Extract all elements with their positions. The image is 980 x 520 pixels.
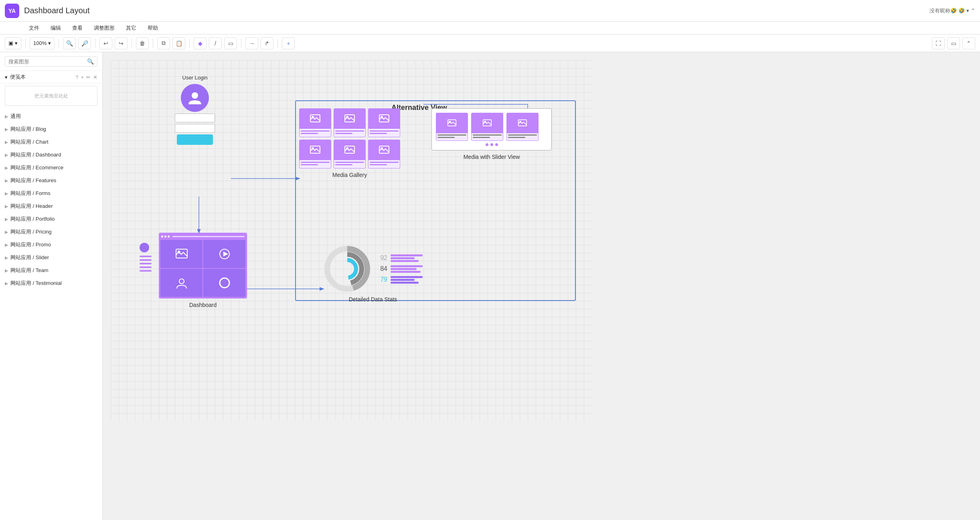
search-box: 🔍 <box>0 52 102 71</box>
waypoint-button[interactable]: ↱ <box>261 37 273 49</box>
window-control[interactable]: ⌃ <box>971 8 975 14</box>
slider-thumb-3 <box>506 113 539 141</box>
chevron-icon: ▶ <box>5 204 8 209</box>
nav-line-2 <box>140 259 152 261</box>
data-stats-label: Detailed Data Stats <box>323 296 423 303</box>
chevron-icon: ▶ <box>5 191 8 196</box>
zoom-out-button[interactable]: 🔎 <box>78 37 91 49</box>
scratch-add-icon[interactable]: + <box>81 74 84 80</box>
stroke-button[interactable]: / <box>209 37 222 49</box>
chevron-icon: ▶ <box>5 152 8 158</box>
titlebar: YA Dashboard Layout 没有昵称🤣 🤣 ▾ ⌃ <box>0 0 980 22</box>
slider-container <box>431 108 552 150</box>
sidebar-item-label: 网站应用 / Header <box>10 203 53 210</box>
sidebar-item-testimonial[interactable]: ▶ 网站应用 / Testimonial <box>0 277 102 290</box>
sidebar-item-slider[interactable]: ▶ 网站应用 / Slider <box>0 251 102 264</box>
slider-thumb-1 <box>436 113 468 141</box>
connector-button[interactable]: → <box>245 37 258 49</box>
media-thumb-3 <box>368 108 400 137</box>
stat-bar <box>391 279 415 281</box>
panel-button[interactable]: ▭ <box>947 37 960 49</box>
menu-help[interactable]: 帮助 <box>146 22 160 35</box>
menu-other[interactable]: 其它 <box>124 22 138 35</box>
scratch-delete-icon[interactable]: ✕ <box>93 74 97 80</box>
scratch-drop-zone[interactable]: 把元素拖至此处 <box>5 86 97 106</box>
fullscreen-button[interactable]: ⛶ <box>932 37 945 49</box>
chevron-icon: ▶ <box>5 255 8 260</box>
stats-list: 92 84 <box>376 254 423 284</box>
add-button[interactable]: + <box>282 37 295 49</box>
media-slider-label: Media with Slider View <box>431 154 552 160</box>
stat-bar <box>391 254 423 256</box>
toolbar-right: ⛶ ▭ ⌃ <box>932 37 975 49</box>
sidebar-item-forms[interactable]: ▶ 网站应用 / Forms <box>0 187 102 200</box>
chevron-icon: ▶ <box>5 127 8 132</box>
sidebar-item-chart[interactable]: ▶ 网站应用 / Chart <box>0 136 102 148</box>
scratch-help-icon[interactable]: ? <box>75 74 78 80</box>
search-input[interactable] <box>8 59 85 65</box>
scratch-edit-icon[interactable]: ✏ <box>86 74 91 80</box>
scratch-chevron[interactable]: ▾ <box>5 74 8 80</box>
menu-adjust[interactable]: 调整图形 <box>92 22 116 35</box>
user-avatar-icon: 🤣 <box>958 8 965 14</box>
slider-dot-1 <box>486 143 488 146</box>
shape-button[interactable]: ▭ <box>224 37 237 49</box>
search-wrap[interactable]: 🔍 <box>5 56 97 67</box>
sidebar-item-features[interactable]: ▶ 网站应用 / Features <box>0 174 102 187</box>
stat-row-2: 84 <box>376 265 423 273</box>
sidebar-item-header[interactable]: ▶ 网站应用 / Header <box>0 200 102 213</box>
delete-button[interactable]: 🗑 <box>136 37 149 49</box>
search-icon: 🔍 <box>87 58 94 65</box>
chevron-icon: ▶ <box>5 281 8 286</box>
sidebar-item-promo[interactable]: ▶ 网站应用 / Promo <box>0 238 102 251</box>
left-nav-mock <box>140 243 152 274</box>
paste-button[interactable]: 📋 <box>172 37 185 49</box>
media-thumb-2 <box>334 108 366 137</box>
dash-header <box>160 234 246 239</box>
sidebar-item-label: 网站应用 / Forms <box>10 190 51 197</box>
user-area[interactable]: 没有昵称🤣 🤣 ▾ ⌃ <box>929 7 975 14</box>
sidebar-nav: ▶ 通用 ▶ 网站应用 / Blog ▶ 网站应用 / Chart ▶ 网站应用… <box>0 108 102 520</box>
sidebar-item-team[interactable]: ▶ 网站应用 / Team <box>0 264 102 277</box>
sidebar-item-pricing[interactable]: ▶ 网站应用 / Pricing <box>0 225 102 238</box>
stat-number-2: 84 <box>376 265 387 272</box>
slider-thumb-2 <box>471 113 503 141</box>
dash-dot-3 <box>168 236 170 238</box>
dashboard-card <box>159 233 247 299</box>
toolbar-sep-7 <box>241 39 241 48</box>
redo-button[interactable]: ↪ <box>115 37 128 49</box>
app-title: Dashboard Layout <box>24 6 925 15</box>
dash-cell-gallery <box>160 240 202 268</box>
canvas-area[interactable]: Alternative View User <box>103 52 980 520</box>
slider-dots <box>436 143 547 146</box>
stat-row-3: 79 <box>376 276 423 284</box>
collapse-button[interactable]: ⌃ <box>962 37 975 49</box>
media-thumb-4 <box>299 140 331 169</box>
undo-button[interactable]: ↩ <box>99 37 112 49</box>
zoom-selector[interactable]: 100% ▾ <box>30 37 55 49</box>
svg-point-5 <box>192 92 198 99</box>
zoom-in-button[interactable]: 🔍 <box>63 37 76 49</box>
frame-icon: ▣ <box>8 40 13 46</box>
toolbar-sep-3 <box>95 39 95 48</box>
menu-edit[interactable]: 编辑 <box>49 22 63 35</box>
sidebar-item-general[interactable]: ▶ 通用 <box>0 110 102 123</box>
sidebar-item-portfolio[interactable]: ▶ 网站应用 / Portfolio <box>0 213 102 225</box>
slider-dot-3 <box>495 143 498 146</box>
menu-file[interactable]: 文件 <box>27 22 41 35</box>
stat-bar <box>391 268 417 270</box>
dash-cell-play <box>203 240 245 268</box>
frame-selector[interactable]: ▣ ▾ <box>5 37 21 49</box>
menu-view[interactable]: 查看 <box>71 22 84 35</box>
scratch-icons: ? + ✏ ✕ <box>75 74 97 80</box>
copy-button[interactable]: ⧉ <box>157 37 170 49</box>
canvas-inner: Alternative View User <box>111 60 592 421</box>
sidebar-item-ecommerce[interactable]: ▶ 网站应用 / Ecommerce <box>0 161 102 174</box>
fill-button[interactable]: ◆ <box>194 37 207 49</box>
sidebar-item-label: 网站应用 / Testimonial <box>10 280 62 287</box>
nav-dot <box>140 243 149 252</box>
media-thumb-5 <box>334 140 366 169</box>
sidebar-item-dashboard[interactable]: ▶ 网站应用 / Dashboard <box>0 148 102 161</box>
sidebar-item-blog[interactable]: ▶ 网站应用 / Blog <box>0 123 102 136</box>
scratch-panel: ▾ 便笺本 ? + ✏ ✕ <box>0 71 102 83</box>
